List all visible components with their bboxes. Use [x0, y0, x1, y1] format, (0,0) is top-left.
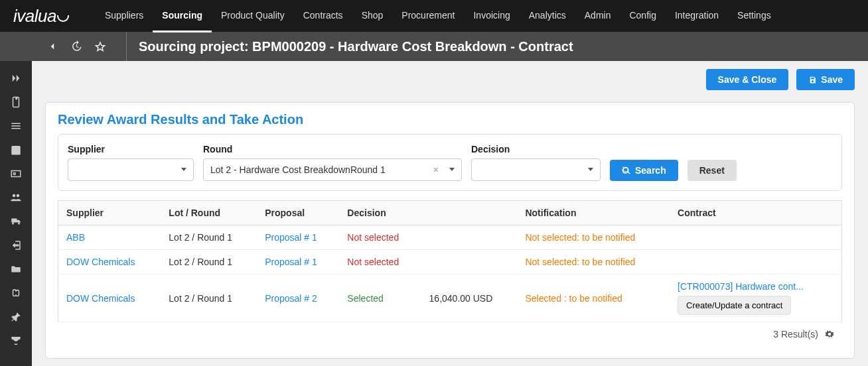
- nav-item-analytics[interactable]: Analytics: [520, 0, 575, 32]
- subnav-icons: [33, 40, 119, 52]
- reset-button[interactable]: Reset: [687, 160, 737, 181]
- decision-select[interactable]: [471, 158, 601, 181]
- notification-cell: Selected : to be notified: [517, 274, 670, 322]
- left-sidebar: [0, 61, 32, 366]
- supplier-link[interactable]: DOW Chemicals: [66, 293, 135, 304]
- save-close-button[interactable]: Save & Close: [706, 69, 789, 90]
- save-button-label: Save: [821, 74, 843, 85]
- nav-item-suppliers[interactable]: Suppliers: [96, 0, 153, 32]
- chevron-down-icon: [588, 168, 593, 171]
- sidebar-exit-icon[interactable]: [0, 233, 32, 257]
- nav-item-procurement[interactable]: Procurement: [392, 0, 464, 32]
- amount-cell: [421, 225, 518, 250]
- history-icon[interactable]: [70, 40, 82, 52]
- notification-cell: Not selected: to be notified: [517, 250, 670, 274]
- nav-item-integration[interactable]: Integration: [666, 0, 728, 32]
- clear-round-icon[interactable]: ×: [433, 164, 439, 175]
- column-header: Supplier: [58, 201, 161, 225]
- table-row: DOW ChemicalsLot 2 / Round 1Proposal # 2…: [58, 274, 842, 322]
- nav-item-admin[interactable]: Admin: [575, 0, 620, 32]
- section-title: Review Award Results and Take Action: [46, 103, 854, 134]
- decision-cell: Selected: [339, 274, 421, 322]
- supplier-filter-label: Supplier: [68, 144, 194, 154]
- sidebar-money-icon[interactable]: [0, 162, 32, 186]
- star-icon[interactable]: [94, 40, 106, 52]
- chevron-down-icon: [449, 168, 455, 171]
- brand-logo: ivalua: [13, 6, 96, 27]
- main-content: Save & Close Save Review Award Results a…: [32, 61, 868, 366]
- save-icon: [808, 76, 817, 84]
- nav-item-product-quality[interactable]: Product Quality: [212, 0, 294, 32]
- table-row: ABBLot 2 / Round 1Proposal # 1Not select…: [58, 225, 842, 250]
- proposal-link[interactable]: Proposal # 1: [265, 257, 317, 267]
- table-row: DOW ChemicalsLot 2 / Round 1Proposal # 1…: [58, 250, 842, 274]
- sidebar-binoculars-icon[interactable]: [0, 281, 32, 305]
- round-select-value: Lot 2 - Hardware Cost BreakdownRound 1: [210, 164, 386, 175]
- supplier-link[interactable]: DOW Chemicals: [66, 257, 135, 267]
- sidebar-truck-icon[interactable]: [0, 210, 32, 233]
- round-select[interactable]: Lot 2 - Hardware Cost BreakdownRound 1 ×: [203, 158, 462, 181]
- sidebar-list-icon[interactable]: [0, 114, 32, 138]
- sidebar-users-icon[interactable]: [0, 186, 32, 210]
- lot-cell: Lot 2 / Round 1: [161, 250, 257, 274]
- top-nav: ivalua SuppliersSourcingProduct QualityC…: [0, 0, 868, 32]
- nav-item-shop[interactable]: Shop: [352, 0, 393, 32]
- sidebar-expand-icon[interactable]: [0, 66, 32, 90]
- contract-cell: [CTR000073] Hardware cont...Create/Updat…: [670, 274, 841, 322]
- supplier-link[interactable]: ABB: [66, 232, 85, 243]
- sidebar-calendar-icon[interactable]: [0, 138, 32, 162]
- amount-cell: 16,040.00 USD: [421, 274, 518, 322]
- column-header: Decision: [339, 201, 421, 225]
- column-header: Contract: [670, 201, 841, 225]
- filter-bar: Supplier Round Lot 2 - Hardware Cost Bre…: [58, 134, 842, 191]
- proposal-link[interactable]: Proposal # 1: [265, 232, 317, 243]
- search-button[interactable]: Search: [610, 160, 678, 181]
- proposal-link[interactable]: Proposal # 2: [265, 293, 317, 304]
- contract-cell: [670, 225, 841, 250]
- column-header: Lot / Round: [161, 201, 257, 225]
- amount-cell: [421, 250, 518, 274]
- svg-line-1: [628, 172, 630, 174]
- nav-item-sourcing[interactable]: Sourcing: [153, 0, 212, 32]
- supplier-select[interactable]: [68, 158, 194, 181]
- nav-item-contracts[interactable]: Contracts: [294, 0, 352, 32]
- chevron-down-icon: [181, 168, 186, 171]
- column-header: Proposal: [257, 201, 339, 225]
- round-filter-label: Round: [203, 144, 462, 154]
- notification-cell: Not selected: to be notified: [517, 225, 670, 250]
- nav-items: SuppliersSourcingProduct QualityContract…: [96, 0, 780, 32]
- nav-item-config[interactable]: Config: [620, 0, 665, 32]
- search-icon: [622, 166, 631, 175]
- save-button[interactable]: Save: [796, 69, 855, 90]
- contract-link[interactable]: [CTR000073] Hardware cont...: [678, 281, 833, 292]
- column-header: [421, 201, 518, 225]
- decision-filter-label: Decision: [471, 144, 601, 154]
- contract-cell: [670, 250, 841, 274]
- brand-text: ivalua: [13, 6, 56, 27]
- create-contract-button[interactable]: Create/Update a contract: [678, 296, 791, 315]
- sidebar-folder-icon[interactable]: [0, 257, 32, 281]
- decision-cell: Not selected: [339, 250, 421, 274]
- decision-cell: Not selected: [339, 225, 421, 250]
- results-footer: 3 Result(s): [58, 322, 842, 346]
- back-icon[interactable]: [46, 40, 58, 52]
- lot-cell: Lot 2 / Round 1: [161, 274, 257, 322]
- sidebar-clipboard-icon[interactable]: [0, 90, 32, 114]
- results-card: Review Award Results and Take Action Sup…: [45, 102, 855, 359]
- lot-cell: Lot 2 / Round 1: [161, 225, 257, 250]
- gear-icon[interactable]: [825, 330, 834, 339]
- search-button-label: Search: [635, 165, 666, 176]
- sidebar-pin-icon[interactable]: [0, 305, 32, 329]
- sidebar-trophy-icon[interactable]: [0, 329, 32, 353]
- results-table: SupplierLot / RoundProposalDecisionNotif…: [58, 200, 842, 322]
- action-bar: Save & Close Save: [45, 61, 855, 98]
- column-header: Notification: [517, 201, 670, 225]
- results-count: 3 Result(s): [773, 329, 818, 339]
- nav-item-invoicing[interactable]: Invoicing: [464, 0, 519, 32]
- page-title: Sourcing project: BPM000209 - Hardware C…: [126, 32, 573, 61]
- brand-smile-icon: [57, 15, 69, 22]
- sub-nav: Sourcing project: BPM000209 - Hardware C…: [0, 32, 868, 61]
- nav-item-settings[interactable]: Settings: [728, 0, 780, 32]
